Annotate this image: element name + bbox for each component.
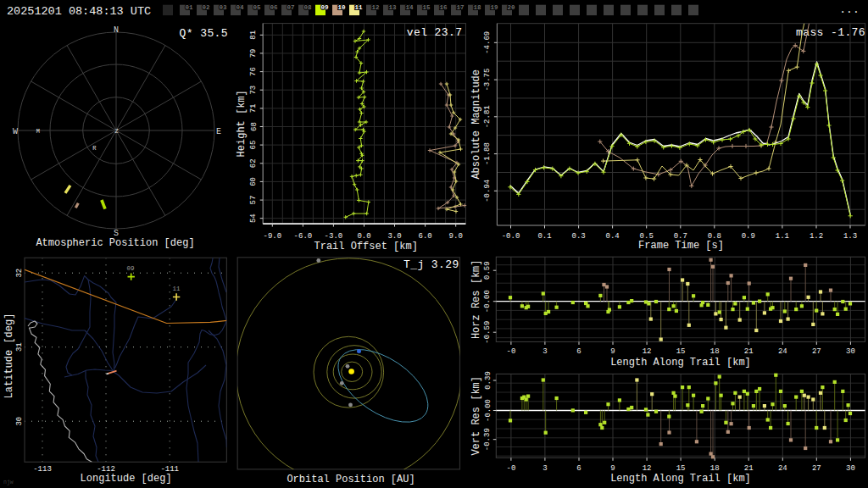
svg-text:vel 23.7: vel 23.7 xyxy=(407,26,463,39)
svg-text:Longitude [deg]: Longitude [deg] xyxy=(81,473,172,485)
svg-text:30: 30 xyxy=(846,464,855,473)
svg-text:-0.59: -0.59 xyxy=(484,321,492,344)
svg-text:21: 21 xyxy=(744,464,754,473)
svg-text:15: 15 xyxy=(676,347,686,356)
svg-text:Height [km]: Height [km] xyxy=(236,90,248,157)
svg-text:6: 6 xyxy=(576,464,581,473)
svg-text:-0: -0 xyxy=(506,347,515,356)
svg-text:21: 21 xyxy=(744,347,754,356)
svg-text:0.39: 0.39 xyxy=(484,371,492,390)
svg-text:0.9: 0.9 xyxy=(742,232,755,241)
svg-text:20: 20 xyxy=(507,4,515,11)
svg-text:27: 27 xyxy=(812,464,821,473)
svg-text:12: 12 xyxy=(371,4,380,11)
svg-text:-0.39: -0.39 xyxy=(484,428,492,451)
svg-text:10: 10 xyxy=(337,4,346,11)
svg-text:68: 68 xyxy=(250,122,259,131)
svg-text:1.2: 1.2 xyxy=(810,232,823,241)
svg-text:65: 65 xyxy=(250,141,259,150)
svg-text:57: 57 xyxy=(250,196,259,205)
svg-text:Orbital Position [AU]: Orbital Position [AU] xyxy=(287,474,415,485)
svg-text:3: 3 xyxy=(542,464,547,473)
svg-text:-2.81: -2.81 xyxy=(484,105,492,128)
svg-text:14: 14 xyxy=(405,4,414,11)
svg-text:62: 62 xyxy=(250,158,259,168)
svg-text:04: 04 xyxy=(236,4,244,11)
svg-text:60: 60 xyxy=(250,177,259,186)
svg-text:Trail Offset [km]: Trail Offset [km] xyxy=(314,241,417,252)
svg-text:E: E xyxy=(216,127,221,136)
svg-text:N: N xyxy=(114,25,119,35)
svg-text:08: 08 xyxy=(303,4,312,11)
svg-text:-9.0: -9.0 xyxy=(263,232,281,241)
svg-text:13: 13 xyxy=(388,4,397,11)
svg-text:02: 02 xyxy=(202,4,210,11)
svg-text:17: 17 xyxy=(456,4,464,11)
svg-text:Horz Res [km]: Horz Res [km] xyxy=(470,259,482,339)
svg-text:73: 73 xyxy=(250,86,259,95)
svg-text:06: 06 xyxy=(270,4,278,11)
svg-text:03: 03 xyxy=(219,4,227,11)
svg-text:-3.75: -3.75 xyxy=(484,69,492,92)
svg-text:24: 24 xyxy=(778,347,787,356)
svg-text:15: 15 xyxy=(676,464,686,473)
svg-text:-113: -113 xyxy=(33,465,52,474)
svg-text:18: 18 xyxy=(473,4,481,11)
svg-text:-3.0: -3.0 xyxy=(325,232,343,241)
svg-text:19: 19 xyxy=(490,4,498,11)
svg-text:1.3: 1.3 xyxy=(843,232,857,241)
svg-text:-0.94: -0.94 xyxy=(484,180,492,202)
svg-text:3.0: 3.0 xyxy=(387,232,401,241)
svg-text:16: 16 xyxy=(439,4,448,11)
svg-text:-6.0: -6.0 xyxy=(294,232,313,241)
svg-text:-0.00: -0.00 xyxy=(484,399,492,422)
svg-text:T_j 3.29: T_j 3.29 xyxy=(403,258,459,271)
svg-text:24: 24 xyxy=(778,464,787,473)
svg-text:0.3: 0.3 xyxy=(571,232,585,241)
svg-text:njw: njw xyxy=(3,480,14,485)
svg-text:31: 31 xyxy=(15,342,24,352)
svg-text:9: 9 xyxy=(610,464,615,473)
svg-text:09: 09 xyxy=(320,4,329,11)
svg-text:12: 12 xyxy=(643,347,652,356)
svg-text:Vert Res [km]: Vert Res [km] xyxy=(470,376,482,456)
svg-text:M: M xyxy=(36,128,40,135)
svg-text:6: 6 xyxy=(576,347,581,356)
svg-text:32: 32 xyxy=(15,269,24,278)
svg-text:...: ... xyxy=(839,3,859,16)
svg-text:27: 27 xyxy=(812,347,821,356)
svg-text:09: 09 xyxy=(126,265,134,272)
svg-text:Length Along Trail [km]: Length Along Trail [km] xyxy=(610,473,751,485)
svg-text:Q* 35.5: Q* 35.5 xyxy=(180,27,228,40)
svg-text:-0.0: -0.0 xyxy=(502,232,520,241)
svg-text:Length Along Trail [km]: Length Along Trail [km] xyxy=(610,357,751,369)
svg-text:Absolute Magnitude: Absolute Magnitude xyxy=(470,69,482,180)
svg-text:Atmospheric Position [deg]: Atmospheric Position [deg] xyxy=(36,237,194,249)
svg-text:Z: Z xyxy=(114,128,118,135)
svg-text:18: 18 xyxy=(710,347,720,356)
svg-text:6.0: 6.0 xyxy=(418,232,431,241)
svg-text:0.59: 0.59 xyxy=(484,261,492,280)
svg-text:Latitude [deg]: Latitude [deg] xyxy=(3,313,15,399)
svg-text:12: 12 xyxy=(643,464,652,473)
svg-text:11: 11 xyxy=(172,286,181,292)
svg-text:S: S xyxy=(114,229,119,238)
svg-text:Frame Time [s]: Frame Time [s] xyxy=(638,240,724,252)
svg-text:9.0: 9.0 xyxy=(449,232,463,241)
svg-text:-1.88: -1.88 xyxy=(484,142,492,165)
svg-text:-0.00: -0.00 xyxy=(484,290,492,313)
svg-text:07: 07 xyxy=(287,4,294,11)
svg-text:54: 54 xyxy=(250,214,259,223)
svg-text:79: 79 xyxy=(250,48,259,58)
svg-text:20251201 08:48:13 UTC: 20251201 08:48:13 UTC xyxy=(7,5,151,18)
svg-text:1.1: 1.1 xyxy=(776,232,789,241)
svg-text:30: 30 xyxy=(15,417,24,426)
svg-text:30: 30 xyxy=(846,347,855,356)
svg-text:05: 05 xyxy=(253,4,261,11)
svg-text:76: 76 xyxy=(250,67,259,76)
svg-text:81: 81 xyxy=(250,30,259,40)
svg-text:9: 9 xyxy=(610,347,615,356)
svg-text:11: 11 xyxy=(354,4,363,11)
svg-text:0.1: 0.1 xyxy=(537,232,551,241)
svg-text:0.0: 0.0 xyxy=(357,232,370,241)
